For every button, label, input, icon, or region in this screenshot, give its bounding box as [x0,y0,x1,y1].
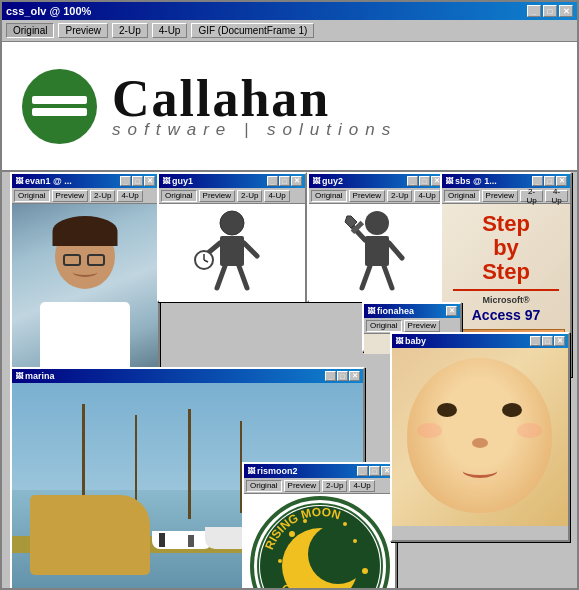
baby-title-text: 🖼 baby [395,336,426,346]
evan-hair [53,216,118,246]
guy2-2up-btn[interactable]: 2-Up [387,190,412,202]
baby-close[interactable]: ✕ [554,336,565,346]
evan-photo [12,204,158,382]
evan-title-bar: 🖼 evan1 @ ... _ □ ✕ [12,174,158,188]
rismoon-content: RISING MOON ORGANICS [244,494,395,588]
baby-eye-right [502,403,522,417]
guy1-maximize[interactable]: □ [279,176,290,186]
sbs-original-btn[interactable]: Original [444,190,480,202]
marina-mast2 [135,415,137,511]
guy2-4up-btn[interactable]: 4-Up [414,190,439,202]
main-window: css_olv @ 100% _ □ ✕ Original Preview 2-… [0,0,579,590]
rismoon-4up-btn[interactable]: 4-Up [349,480,374,492]
content-area: Callahan software | solutions 🖼 evan1 @ … [2,42,577,588]
toolbar-gif[interactable]: GIF (DocumentFrame 1) [191,23,314,38]
toolbar-original[interactable]: Original [6,23,54,38]
fiona-original-btn[interactable]: Original [366,320,402,332]
book-step-text: Step by Step [482,212,530,285]
rismoon-original-btn[interactable]: Original [246,480,282,492]
evan-maximize[interactable]: □ [132,176,143,186]
marina-mast3 [188,409,191,520]
baby-nose [472,438,488,448]
marina-person1 [159,533,165,547]
svg-point-28 [343,522,347,526]
guy1-minimize[interactable]: _ [267,176,278,186]
sbs-minimize[interactable]: _ [532,176,543,186]
guy2-content [309,204,445,302]
evan-glasses-left [63,254,81,266]
baby-minimize[interactable]: _ [530,336,541,346]
guy1-preview-btn[interactable]: Preview [199,190,235,202]
guy2-preview-btn[interactable]: Preview [349,190,385,202]
rismoon-preview-btn[interactable]: Preview [284,480,320,492]
rismoon-2up-btn[interactable]: 2-Up [322,480,347,492]
sbs-2up-btn[interactable]: 2-Up [520,190,543,202]
guy2-title-buttons: _ □ ✕ [407,176,442,186]
guy1-2up-btn[interactable]: 2-Up [237,190,262,202]
guy1-close[interactable]: ✕ [291,176,302,186]
marina-close[interactable]: ✕ [349,371,360,381]
sbs-4up-btn[interactable]: 4-Up [545,190,568,202]
guy2-maximize[interactable]: □ [419,176,430,186]
baby-content [392,348,568,526]
guy2-original-btn[interactable]: Original [311,190,347,202]
guy1-title-bar: 🖼 guy1 _ □ ✕ [159,174,305,188]
maximize-button[interactable]: □ [543,5,557,17]
banner: Callahan software | solutions [2,42,577,172]
rismoon-title-icon: 🖼 [247,467,255,476]
main-toolbar: Original Preview 2-Up 4-Up GIF (Document… [2,20,577,42]
evan-original-btn[interactable]: Original [14,190,50,202]
evan-2up-btn[interactable]: 2-Up [90,190,115,202]
guy1-toolbar: Original Preview 2-Up 4-Up [159,188,305,204]
sbs-title-text: 🖼 sbs @ 1... [445,176,497,186]
rismoon-minimize[interactable]: _ [357,466,368,476]
sbs-title-label: sbs @ 1... [455,176,497,186]
marina-minimize[interactable]: _ [325,371,336,381]
evan-title-buttons: _ □ ✕ [120,176,155,186]
fiona-close[interactable]: ✕ [446,306,457,316]
minimize-button[interactable]: _ [527,5,541,17]
guy1-4up-btn[interactable]: 4-Up [264,190,289,202]
svg-point-22 [308,524,368,584]
toolbar-preview[interactable]: Preview [58,23,108,38]
marina-person2 [188,535,194,547]
evan-4up-btn[interactable]: 4-Up [117,190,142,202]
guy2-title-label: guy2 [322,176,343,186]
fiona-title-buttons: ✕ [446,306,457,316]
sbs-title-icon: 🖼 [445,177,453,186]
title-bar-buttons: _ □ ✕ [527,5,573,17]
main-window-title: css_olv @ 100% [6,5,91,17]
guy2-minimize[interactable]: _ [407,176,418,186]
baby-maximize[interactable]: □ [542,336,553,346]
evan-close[interactable]: ✕ [144,176,155,186]
evan-window: 🖼 evan1 @ ... _ □ ✕ Original Preview 2-U… [10,172,160,382]
fiona-preview-btn[interactable]: Preview [404,320,440,332]
toolbar-2up[interactable]: 2-Up [112,23,148,38]
marina-maximize[interactable]: □ [337,371,348,381]
company-subtitle: software | solutions [112,120,397,140]
baby-title-icon: 🖼 [395,337,403,346]
guy1-title-icon: 🖼 [162,177,170,186]
rismoon-title-text: 🖼 rismoon2 [247,466,298,476]
evan-content [12,204,158,382]
guy1-original-btn[interactable]: Original [161,190,197,202]
svg-rect-12 [365,236,389,266]
rismoon-maximize[interactable]: □ [369,466,380,476]
evan-minimize[interactable]: _ [120,176,131,186]
close-button[interactable]: ✕ [559,5,573,17]
svg-point-11 [365,211,389,235]
baby-title-label: baby [405,336,426,346]
evan-preview-btn[interactable]: Preview [52,190,88,202]
svg-point-24 [353,539,357,543]
fiona-title-label: fionahea [377,306,414,316]
evan-title-icon: 🖼 [15,177,23,186]
rising-moon-svg: RISING MOON ORGANICS [250,496,390,589]
rismoon-title-buttons: _ □ ✕ [357,466,392,476]
sbs-close[interactable]: ✕ [556,176,567,186]
sbs-maximize[interactable]: □ [544,176,555,186]
callahan-logo [22,69,97,144]
rismoon-title-label: rismoon2 [257,466,298,476]
sbs-preview-btn[interactable]: Preview [482,190,518,202]
toolbar-4up[interactable]: 4-Up [152,23,188,38]
banner-text: Callahan software | solutions [112,73,397,140]
